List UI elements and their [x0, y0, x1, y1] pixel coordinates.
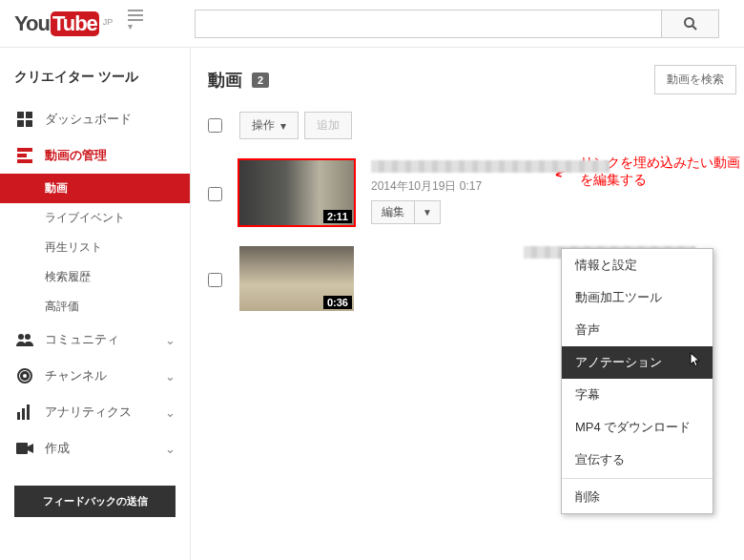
sidebar: クリエイター ツール ダッシュボード 動画の管理 動画 ライブイベント 再生リス…: [0, 48, 191, 560]
dropdown-item-info[interactable]: 情報と設定: [562, 249, 713, 281]
action-label: 操作: [252, 117, 275, 134]
video-thumbnail-wrap[interactable]: 2:11: [239, 160, 354, 225]
caret-down-icon: ▾: [280, 119, 286, 133]
sidebar-item-create[interactable]: 作成 ⌄: [0, 430, 190, 467]
video-manager-icon: [14, 148, 35, 163]
content: 動画 2 動画を検索 操作▾ 追加 リンクを埋め込みたい動画を編集する 2:11…: [191, 48, 744, 560]
sidebar-item-label: ダッシュボード: [45, 111, 132, 128]
svg-rect-7: [17, 154, 27, 157]
svg-rect-5: [26, 120, 32, 127]
dropdown-item-promote[interactable]: 宣伝する: [562, 444, 713, 476]
video-checkbox[interactable]: [208, 187, 222, 201]
toolbar: 操作▾ 追加: [208, 112, 736, 139]
sidebar-sub-liked[interactable]: 高評価: [0, 292, 190, 321]
svg-point-10: [25, 334, 31, 340]
dropdown-item-annotations[interactable]: アノテーション: [562, 346, 713, 379]
cursor-icon: [690, 352, 703, 369]
search-button[interactable]: [662, 10, 719, 38]
dropdown-item-enhance[interactable]: 動画加工ツール: [562, 281, 713, 314]
sidebar-item-analytics[interactable]: アナリティクス ⌄: [0, 394, 190, 430]
dropdown-item-delete[interactable]: 削除: [562, 481, 713, 513]
sidebar-sub-videos[interactable]: 動画: [0, 174, 190, 203]
action-button[interactable]: 操作▾: [239, 112, 299, 139]
sidebar-item-label: コミュニティ: [45, 331, 119, 348]
sidebar-sub-live[interactable]: ライブイベント: [0, 203, 190, 233]
svg-rect-17: [16, 443, 28, 454]
sidebar-sub-playlists[interactable]: 再生リスト: [0, 233, 190, 262]
dropdown-item-audio[interactable]: 音声: [562, 314, 713, 346]
svg-rect-14: [17, 412, 20, 420]
edit-button[interactable]: 編集: [371, 200, 415, 224]
video-duration: 0:36: [323, 296, 352, 309]
sidebar-item-label: 作成: [45, 440, 70, 457]
search-icon: [683, 16, 698, 31]
svg-rect-16: [27, 404, 30, 420]
sidebar-item-label: 動画の管理: [45, 147, 107, 164]
select-all-checkbox[interactable]: [208, 118, 222, 133]
analytics-icon: [14, 404, 35, 420]
edit-caret-button[interactable]: ▼: [415, 200, 441, 224]
dropdown-item-label: アノテーション: [575, 355, 662, 369]
chevron-down-icon: ⌄: [165, 333, 176, 347]
video-thumbnail-wrap[interactable]: 0:36: [239, 246, 354, 311]
header: You Tube JP ▾: [0, 0, 744, 48]
channel-icon: [14, 368, 35, 384]
sidebar-item-dashboard[interactable]: ダッシュボード: [0, 101, 190, 137]
chevron-down-icon: ⌄: [165, 442, 176, 456]
logo-text-tube: Tube: [51, 11, 99, 36]
chevron-down-icon: ⌄: [165, 405, 176, 420]
sidebar-sub-items: 動画 ライブイベント 再生リスト 検索履歴 高評価: [0, 174, 190, 321]
sidebar-item-video-manager[interactable]: 動画の管理: [0, 137, 190, 174]
create-icon: [14, 443, 35, 454]
edit-button-group: 編集 ▼: [371, 200, 441, 224]
sidebar-item-label: チャンネル: [45, 367, 107, 384]
svg-rect-8: [17, 159, 32, 163]
dropdown-separator: [562, 478, 713, 479]
dropdown-item-subtitles[interactable]: 字幕: [562, 379, 713, 411]
add-button[interactable]: 追加: [304, 112, 352, 139]
svg-rect-15: [22, 408, 25, 420]
youtube-logo[interactable]: You Tube JP: [14, 11, 113, 36]
sidebar-item-label: アナリティクス: [45, 404, 132, 421]
svg-rect-6: [17, 148, 32, 152]
feedback-button[interactable]: フィードバックの送信: [14, 486, 176, 517]
chevron-down-icon: ⌄: [165, 369, 176, 384]
sidebar-item-channel[interactable]: チャンネル ⌄: [0, 358, 190, 394]
video-count-badge: 2: [252, 73, 269, 88]
svg-rect-4: [17, 120, 24, 127]
video-duration: 2:11: [323, 210, 352, 223]
svg-line-1: [692, 26, 696, 30]
sidebar-title: クリエイター ツール: [0, 69, 190, 101]
svg-point-13: [23, 374, 27, 378]
search-videos-button[interactable]: 動画を検索: [654, 65, 736, 94]
svg-rect-2: [17, 112, 24, 118]
page-title: 動画: [208, 69, 242, 92]
svg-rect-3: [26, 112, 32, 118]
community-icon: [14, 333, 35, 346]
search-input[interactable]: [195, 10, 662, 38]
sidebar-sub-search-history[interactable]: 検索履歴: [0, 262, 190, 292]
svg-point-9: [18, 334, 24, 340]
dashboard-icon: [14, 112, 35, 127]
search-area: [195, 10, 719, 38]
edit-dropdown: 情報と設定 動画加工ツール 音声 アノテーション 字幕 MP4 でダウンロード …: [561, 248, 713, 514]
svg-point-0: [685, 18, 693, 27]
guide-menu-button[interactable]: ▾: [124, 6, 147, 42]
hamburger-icon: [128, 10, 143, 21]
sidebar-item-community[interactable]: コミュニティ ⌄: [0, 321, 190, 358]
logo-text-you: You: [14, 11, 50, 36]
locale-label: JP: [103, 17, 114, 27]
video-checkbox[interactable]: [208, 273, 222, 287]
dropdown-item-download[interactable]: MP4 でダウンロード: [562, 411, 713, 444]
video-title-blurred: [371, 160, 610, 173]
